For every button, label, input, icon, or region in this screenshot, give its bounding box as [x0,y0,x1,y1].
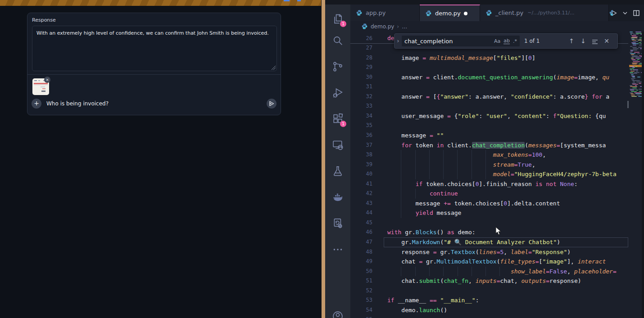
code-line[interactable]: 53if __name__ == "__main__": [350,295,628,305]
activity-run-debug-icon[interactable] [331,86,344,99]
breadcrumb-more[interactable]: … [402,23,407,30]
regex-icon[interactable]: .* [513,38,517,44]
code-line[interactable]: 44 yield message [350,208,628,218]
match-case-icon[interactable]: Aa [494,38,500,44]
code-line[interactable]: 31 [350,82,628,92]
tab-bar: app.py demo.py _client.py ~/.../python3.… [350,5,644,21]
resize-grip-icon[interactable] [272,66,276,70]
activity-explorer-icon[interactable]: 1 [331,13,344,25]
send-button[interactable] [267,99,277,109]
split-editor-button[interactable] [632,9,640,17]
code-line[interactable]: 40 model="HuggingFaceH4/zephyr-7b-beta [350,169,628,179]
code-line[interactable]: 46with gr.Blocks() as demo: [350,227,628,237]
activity-docker-icon[interactable] [331,191,344,204]
code-line[interactable]: 47 gr.Markdown("# 🔍 Document Analyzer Ch… [350,237,628,247]
minimap-line [633,61,640,62]
breadcrumb-file[interactable]: demo.py [371,23,394,30]
minimap-line [636,82,642,82]
tab-label: demo.py [435,10,461,17]
chrome-accent-dash [297,0,301,1]
code-line[interactable]: 28 image = multimodal_message["files"][0… [350,53,628,63]
find-close-button[interactable]: ✕ [601,37,612,45]
code-line[interactable]: 42 continue [350,189,628,199]
code-line[interactable]: 41 if token.choices[0].finish_reason is … [350,179,628,189]
response-label: Response [32,17,56,23]
code-line[interactable]: 37 for token in client.chat_completion(m… [350,141,628,150]
minimap-line [632,64,637,64]
run-dropdown-chevron-icon[interactable] [622,9,628,17]
minimap-line [631,96,637,97]
activity-testing-icon[interactable] [331,165,344,177]
find-input[interactable]: chat_completion Aa ab .* [402,36,520,46]
minimap-line [635,58,641,59]
code-line[interactable]: 38 max_tokens=100, [350,150,628,160]
tab-file-path: ~/.../python3.11/... [527,10,574,16]
find-in-selection-button[interactable] [589,37,601,45]
minimap-line [631,58,634,59]
minimap-line [635,66,637,67]
python-file-icon [425,10,432,17]
tab-client-py[interactable]: _client.py ~/.../python3.11/... [480,5,609,21]
code-line[interactable]: 50 show_label=False, placeholder= [350,267,628,277]
minimap-line [631,78,635,79]
minimap-line [631,95,635,95]
activity-search-icon[interactable] [331,34,344,47]
minimap-line [631,74,634,75]
activity-dev-tools-icon[interactable] [331,217,344,230]
minimap-line [632,80,640,81]
code-line[interactable]: 55 [350,315,628,318]
whole-word-icon[interactable]: ab [503,38,510,44]
code-line[interactable]: 29 [350,63,628,73]
activity-remote-explorer-icon[interactable] [331,139,344,151]
minimap-line [636,71,639,72]
code-line[interactable]: 34 user_message = {"role": "user", "cont… [350,111,628,121]
card-divider [27,74,281,75]
code-line[interactable]: 52 [350,286,628,296]
tab-demo-py[interactable]: demo.py [420,5,480,21]
find-query[interactable]: chat_completion [404,38,491,45]
activity-more-icon[interactable] [331,243,344,256]
code-line[interactable]: 36 message = "" [350,131,628,141]
chat-input[interactable]: Who is being invoiced? [46,100,109,107]
minimap-line [633,65,635,66]
code-line[interactable]: 43 message += token.choices[0].delta.con… [350,199,628,209]
minimap-line [631,54,634,55]
code-line[interactable]: 45 [350,218,628,228]
code-line[interactable]: 49 chat = gr.MultimodalTextbox(file_type… [350,257,628,267]
minimap-line [637,95,640,95]
code-line[interactable]: 30 answer = client.document_question_ans… [350,73,628,82]
attachment-close-button[interactable]: × [44,77,50,83]
minimap-line [631,91,637,92]
window-divider[interactable] [321,0,325,318]
code-line[interactable]: 39 stream=True, [350,160,628,170]
code-line[interactable]: 32 answer = [{"answer": a.answer, "confi… [350,92,628,102]
activity-account-icon[interactable] [331,310,344,318]
minimap-line [637,53,640,54]
add-attachment-button[interactable]: + [32,99,41,109]
minimap-line [633,45,636,45]
code-line[interactable]: 35 [350,121,628,131]
code-line[interactable]: 51 chat.submit(chat_fn, inputs=chat, out… [350,276,628,286]
find-expand-chevron-icon[interactable]: › [395,38,402,44]
code-line[interactable]: 48 response = gr.Textbox(lines=5, label=… [350,247,628,257]
minimap-line [630,32,633,32]
breadcrumb-separator: › [397,23,399,30]
breadcrumb[interactable]: demo.py › … [350,21,644,32]
find-widget: › chat_completion Aa ab .* 1 of 1 ↑ ↓ ✕ [394,33,618,49]
code-line[interactable]: 33 [350,101,628,111]
tab-app-py[interactable]: app.py [350,5,420,21]
minimap-line [635,93,642,94]
mouse-cursor [495,227,502,236]
code-line[interactable]: 54 demo.launch() [350,305,628,315]
browser-chrome-strip [0,0,321,6]
activity-source-control-icon[interactable] [331,60,344,73]
unsaved-dot-icon[interactable] [464,12,467,15]
response-card: Response With an extremely high level of… [27,13,281,115]
minimap-slider[interactable] [627,101,629,108]
python-file-icon [485,9,492,16]
response-textarea[interactable]: With an extremely high level of confiden… [32,26,277,71]
activity-extensions-icon[interactable]: 1 [331,113,344,125]
find-previous-button[interactable]: ↑ [566,37,577,45]
find-next-button[interactable]: ↓ [577,37,589,45]
editor-scrollbar[interactable] [642,0,644,318]
